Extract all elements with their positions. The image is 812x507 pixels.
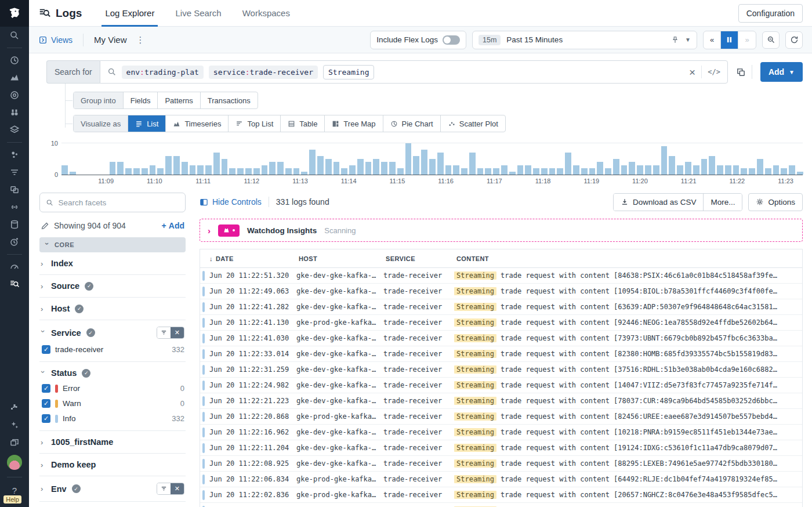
log-row[interactable]: Jun 20 11:22:21.223 gke-dev-gke-kafka-… …	[200, 393, 802, 409]
histogram-bar[interactable]	[182, 162, 188, 175]
facet-clear-icon[interactable]: ✕	[171, 483, 184, 494]
histogram-bar[interactable]	[525, 165, 531, 175]
tab-live-search[interactable]: Live Search	[172, 0, 224, 27]
facet-host[interactable]: ›Host✓	[39, 298, 186, 320]
clear-search-icon[interactable]: ×	[689, 67, 695, 78]
histogram-bar[interactable]	[629, 162, 635, 175]
histogram-bar[interactable]	[453, 165, 459, 175]
search-token-term[interactable]: Streaming	[323, 65, 374, 79]
log-row[interactable]: Jun 20 11:22:51.320 gke-dev-gke-kafka-… …	[200, 268, 802, 284]
histogram-bar[interactable]	[293, 168, 300, 175]
histogram-bar[interactable]	[565, 153, 571, 175]
histogram-bar[interactable]	[461, 168, 467, 175]
column-header-service[interactable]: SERVICE	[386, 255, 456, 262]
column-header-host[interactable]: HOST	[299, 255, 386, 262]
histogram-bar[interactable]	[765, 168, 771, 175]
viz-option-scatter-plot[interactable]: Scatter Plot	[441, 115, 505, 132]
histogram-bar[interactable]	[205, 165, 212, 175]
views-button[interactable]: Views	[38, 35, 72, 45]
histogram-bar[interactable]	[509, 172, 516, 175]
histogram-bar[interactable]	[229, 168, 235, 175]
add-button[interactable]: Add▼	[760, 62, 803, 82]
histogram-bar[interactable]	[653, 165, 659, 175]
more-button[interactable]: More...	[704, 194, 742, 211]
histogram-bar[interactable]	[581, 168, 588, 175]
histogram-bar[interactable]	[173, 156, 180, 175]
integrations-puzzle-icon[interactable]	[0, 399, 29, 417]
histogram-bar[interactable]	[277, 162, 284, 175]
facet-value-row[interactable]: ✓ Error 0	[42, 384, 184, 393]
histogram-bar[interactable]	[709, 156, 715, 175]
log-row[interactable]: Jun 20 11:22:16.962 gke-dev-gke-kafka-… …	[200, 425, 802, 440]
histogram-bar[interactable]	[365, 162, 372, 175]
facet-search[interactable]	[39, 193, 186, 212]
histogram-bar[interactable]	[645, 165, 651, 175]
histogram-bar[interactable]	[589, 168, 596, 175]
view-menu-kebab-icon[interactable]: ⋮	[133, 35, 148, 45]
time-range-picker[interactable]: 15m Past 15 Minutes ▼	[472, 31, 697, 49]
histogram-bar[interactable]	[437, 153, 444, 175]
facet-value-row[interactable]: ✓ trade-receiver 332	[42, 345, 184, 354]
facet-env[interactable]: › Env ✓ ✕	[39, 476, 186, 502]
histogram-bar[interactable]	[549, 168, 556, 175]
group-option-fields[interactable]: Fields	[124, 92, 158, 108]
facet-search-input[interactable]	[59, 198, 179, 207]
histogram-bar[interactable]	[781, 168, 787, 175]
histogram-bar[interactable]	[661, 146, 668, 175]
histogram-bar[interactable]	[557, 168, 563, 175]
histogram-bar[interactable]	[237, 168, 244, 175]
tab-workspaces[interactable]: Workspaces	[239, 0, 293, 27]
histogram-bar[interactable]	[285, 168, 292, 175]
histogram-bar[interactable]	[117, 162, 124, 175]
viz-option-tree-map[interactable]: Tree Map	[325, 115, 383, 132]
log-row[interactable]: Jun 20 11:22:02.836 gke-prod-gke-kafka… …	[200, 487, 802, 503]
pause-button[interactable]	[721, 31, 738, 49]
zoom-out-button[interactable]	[762, 31, 780, 49]
histogram-bar[interactable]	[493, 168, 499, 175]
search-token-env[interactable]: env:trading-plat	[122, 66, 204, 79]
facet-value-row[interactable]: ✓ Warn 0	[42, 399, 184, 408]
facet-demo-keep[interactable]: ›Demo keep	[39, 454, 186, 476]
column-header-date[interactable]: ↓DATE	[209, 255, 299, 262]
histogram-bar[interactable]	[749, 168, 755, 175]
histogram-bar[interactable]	[197, 165, 204, 175]
histogram-bar[interactable]	[357, 159, 364, 175]
histogram-bar[interactable]	[381, 162, 387, 175]
log-row[interactable]: Jun 20 11:22:08.925 gke-dev-gke-kafka-… …	[200, 456, 802, 472]
facet-service-header[interactable]: › Service ✓ ✕	[41, 327, 184, 339]
histogram-bar[interactable]	[429, 159, 436, 175]
histogram-bar[interactable]	[70, 172, 76, 175]
viz-option-timeseries[interactable]: Timeseries	[166, 115, 229, 132]
log-row[interactable]: Jun 20 11:22:41.130 gke-prod-gke-kafka… …	[200, 315, 802, 331]
histogram-bar[interactable]	[693, 165, 699, 175]
facet-index[interactable]: ›Index	[39, 252, 186, 275]
software-catalog-icon[interactable]	[0, 121, 29, 139]
histogram-bar[interactable]	[789, 165, 795, 175]
tab-log-explorer[interactable]: Log Explorer	[102, 0, 158, 27]
histogram-bar[interactable]	[605, 168, 611, 175]
download-csv-button[interactable]: Download as CSV	[614, 194, 704, 211]
histogram-bar[interactable]	[165, 156, 172, 175]
search-token-service[interactable]: service:trade-receiver	[209, 66, 318, 79]
dashboards-icon[interactable]	[0, 181, 29, 198]
datadog-logo[interactable]	[0, 0, 29, 27]
pencil-icon[interactable]	[41, 222, 49, 230]
help-button[interactable]: ? Help	[3, 486, 26, 504]
hide-controls-button[interactable]: Hide Controls	[200, 197, 262, 207]
histogram-bar[interactable]	[541, 168, 548, 175]
refresh-button[interactable]	[785, 31, 803, 49]
histogram-bar[interactable]	[110, 162, 116, 175]
histogram-bar[interactable]	[533, 168, 539, 175]
log-row[interactable]: Jun 20 11:22:24.982 gke-dev-gke-kafka-… …	[200, 378, 802, 393]
histogram-bar[interactable]	[61, 165, 68, 175]
checkbox-checked[interactable]: ✓	[42, 399, 50, 408]
histogram-bar[interactable]	[325, 159, 332, 175]
histogram-bar[interactable]	[125, 168, 132, 175]
histogram-bar[interactable]	[733, 165, 740, 175]
history-icon[interactable]	[0, 52, 29, 69]
histogram-bar[interactable]	[334, 162, 340, 175]
metrics-icon[interactable]	[0, 69, 29, 86]
histogram-bar[interactable]	[317, 156, 324, 175]
code-view-icon[interactable]: </>	[708, 68, 720, 76]
histogram-bar[interactable]	[621, 165, 628, 175]
